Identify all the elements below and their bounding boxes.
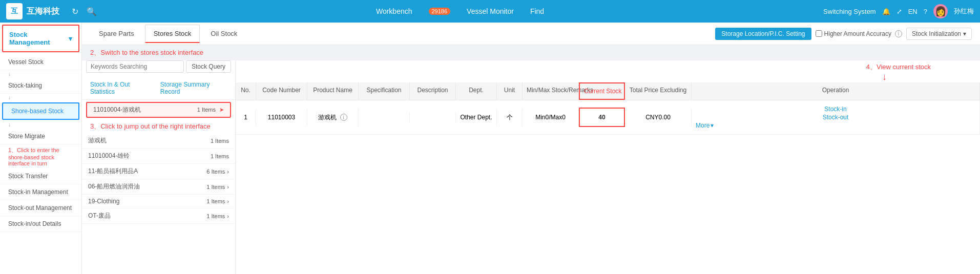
sidebar-item-stock-taking[interactable]: Stock-taking (0, 78, 81, 94)
sidebar-item-store-migrate[interactable]: Store Migrate (0, 129, 81, 144)
list-item-sub-gamemachine[interactable]: 游戏机 1 Items (82, 133, 235, 149)
keywords-search-input[interactable] (86, 60, 184, 73)
avatar[interactable]: 👩 (933, 4, 948, 18)
list-item-clothing[interactable]: 19-Clothing 1 Items › (82, 195, 235, 208)
list-item-highlighted[interactable]: 11010004-游戏机 1 Items ➤ (86, 102, 231, 118)
th-total: Total Price Excluding (625, 82, 692, 100)
storage-location-btn[interactable]: Storage Location/P.I.C. Setting (715, 28, 811, 40)
chevron-down-icon: ▾ (69, 35, 72, 43)
tab-spare-parts[interactable]: Spare Parts (90, 25, 143, 43)
th-desc: Description (410, 82, 456, 100)
th-minmax: Min/Max Stock/Remarks (523, 82, 579, 100)
arrow-down-2: ↓ (8, 95, 73, 100)
search-bar: Stock Query (82, 60, 235, 77)
th-spec: Specification (359, 82, 410, 100)
th-product: Product Name (307, 82, 359, 100)
vessel-monitor-link[interactable]: Vessel Monitor (467, 7, 514, 15)
td-code: 11010003 (256, 109, 307, 126)
th-op: Operation (692, 82, 980, 100)
list-item-11010004-count: 1 Items (211, 153, 229, 159)
td-unit: 个 (497, 108, 523, 127)
sidebar: Stock Management ▾ Vessel Stock ↓ Stock-… (0, 23, 82, 274)
sidebar-label-shore-based: Shore-based Stock (11, 108, 64, 115)
help-icon[interactable]: ? (924, 8, 927, 15)
list-item-clothing-count: 1 Items › (206, 198, 229, 204)
list-item-clothing-name: 19-Clothing (88, 198, 119, 205)
list-item-06[interactable]: 06-船用燃油润滑油 1 Items › (82, 179, 235, 195)
find-link[interactable]: Find (530, 7, 544, 15)
sidebar-label-stock-out-management: Stock-out Management (8, 204, 72, 212)
ann1-text: 1、Click to enter the shore-based stock i… (0, 144, 81, 168)
logo-text: 互海科技 (27, 6, 59, 17)
higher-accuracy-checkbox[interactable] (816, 30, 822, 37)
stock-in-link[interactable]: Stock-in (696, 106, 975, 113)
table-header: No. Code Number Product Name Specificati… (236, 82, 980, 100)
th-dept: Dept. (456, 82, 497, 100)
sidebar-item-stock-in-management[interactable]: Stock-in Management (0, 184, 81, 200)
arrow-down-1: ↓ (8, 71, 73, 77)
annotation-4: 4、View current stock (858, 62, 939, 72)
list-arrow-06: › (227, 184, 229, 190)
link-row: Stock In & Out Statistics Storage Summar… (82, 77, 235, 100)
stock-init-btn[interactable]: Stock Initialization ▾ (906, 28, 972, 40)
back-icon[interactable]: ↻ (72, 7, 78, 16)
switching-system-btn[interactable]: Switching System (823, 8, 876, 15)
tab-stores-stock[interactable]: Stores Stock (145, 25, 200, 43)
tabs-right-actions: Storage Location/P.I.C. Setting Higher A… (715, 28, 972, 40)
tabs-bar: Spare Parts Stores Stock Oil Stock Stora… (82, 23, 980, 45)
list-item-11a[interactable]: 11-船员福利用品A 6 Items › (82, 164, 235, 179)
higher-accuracy-area: Higher Amount Accuracy i (816, 30, 902, 37)
stock-management-label: Stock Management (9, 31, 69, 46)
list-item-ot-count: 1 Items › (206, 213, 229, 219)
th-no: No. (236, 82, 256, 100)
sidebar-item-stock-out-management[interactable]: Stock-out Management (0, 200, 81, 216)
list-item-11a-name: 11-船员福利用品A (88, 167, 138, 176)
list-item-ot[interactable]: OT-废品 1 Items › (82, 208, 235, 224)
workbench-link[interactable]: Workbench (376, 7, 412, 15)
sidebar-label-vessel-stock: Vessel Stock (8, 58, 44, 66)
list-item-ot-name: OT-废品 (88, 212, 111, 220)
td-op: Stock-in Stock-out More ▾ (692, 100, 980, 134)
sidebar-item-vessel-stock[interactable]: Vessel Stock (0, 54, 81, 70)
main-layout: Stock Management ▾ Vessel Stock ↓ Stock-… (0, 23, 980, 274)
arrow-down-ann4: ↓ (236, 72, 980, 82)
bell-icon[interactable]: 🔔 (882, 8, 890, 15)
op-links: Stock-in Stock-out More ▾ (696, 106, 975, 129)
list-arrow-ot: › (227, 213, 229, 219)
list-arrow-clothing: › (227, 198, 229, 204)
tab-oil-stock[interactable]: Oil Stock (202, 25, 246, 43)
th-code: Code Number (256, 82, 307, 100)
tab-stores-stock-label: Stores Stock (154, 30, 192, 37)
sidebar-item-shore-based[interactable]: Shore-based Stock (2, 102, 79, 120)
td-total: CNY0.00 (625, 109, 692, 126)
storage-summary-record-link[interactable]: Storage Summary Record (156, 79, 231, 97)
table-row: 1 11010003 游戏机 i Other Dept. 个 Min0/Max0… (236, 100, 980, 135)
info-icon[interactable]: i (895, 30, 902, 37)
more-link[interactable]: More ▾ (696, 122, 975, 129)
badge-count: 29186 (429, 8, 451, 15)
sidebar-item-stock-transfer[interactable]: Stock Transfer (0, 168, 81, 184)
stock-out-link[interactable]: Stock-out (696, 114, 975, 121)
list-item-11010004[interactable]: 11010004-雄铃 1 Items (82, 149, 235, 164)
td-no: 1 (236, 109, 256, 126)
sidebar-label-stock-in-management: Stock-in Management (8, 188, 68, 196)
expand-icon[interactable]: ⤢ (896, 8, 902, 15)
sidebar-item-stock-inout-details[interactable]: Stock-in/out Details (0, 216, 81, 232)
product-info-icon[interactable]: i (340, 114, 347, 121)
td-current: 40 (579, 108, 625, 127)
right-panel: 4、View current stock ↓ No. Code Number P… (236, 60, 980, 274)
stock-in-out-statistics-link[interactable]: Stock In & Out Statistics (86, 79, 156, 97)
list-item-11010004-name: 11010004-雄铃 (88, 152, 130, 160)
main-content: Spare Parts Stores Stock Oil Stock Stora… (82, 23, 980, 274)
stock-init-label: Stock Initialization (912, 30, 961, 37)
td-product: 游戏机 i (307, 108, 359, 127)
tab-spare-parts-label: Spare Parts (99, 30, 134, 37)
th-unit: Unit (497, 82, 523, 100)
language-selector[interactable]: EN (908, 8, 918, 15)
list-item-06-count: 1 Items › (206, 184, 229, 190)
stock-query-btn[interactable]: Stock Query (186, 60, 231, 73)
td-minmax: Min0/Max0 (523, 109, 579, 126)
stock-management-menu[interactable]: Stock Management ▾ (2, 25, 79, 52)
nav-right: Switching System 🔔 ⤢ EN ? 👩 孙红梅 (823, 4, 974, 18)
search-icon[interactable]: 🔍 (87, 7, 97, 16)
